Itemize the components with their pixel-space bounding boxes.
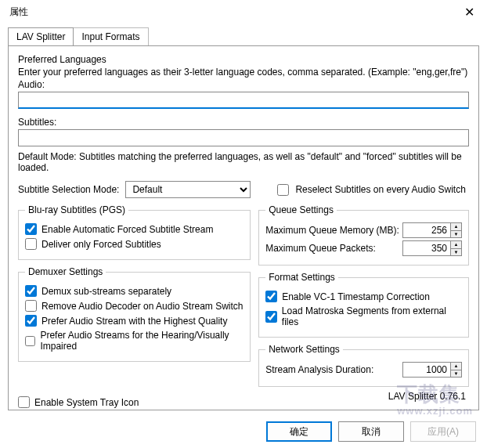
button-bar: 确定 取消 应用(A)	[266, 421, 476, 442]
close-icon[interactable]: ✕	[458, 2, 481, 23]
format-group: Format Settings Enable VC-1 Timestamp Co…	[258, 272, 469, 338]
content-area: LAV Splitter Input Formats Preferred Lan…	[0, 23, 487, 410]
bluray-group: Blu-ray Subtitles (PGS) Enable Automatic…	[18, 204, 251, 260]
default-mode-note: Default Mode: Subtitles matching the pre…	[18, 151, 469, 173]
queue-group: Queue Settings Maximum Queue Memory (MB)…	[258, 204, 469, 266]
deliver-forced-checkbox[interactable]	[25, 238, 37, 250]
queue-packets-input[interactable]	[403, 241, 450, 255]
queue-mem-label: Maximum Queue Memory (MB):	[265, 225, 399, 236]
preferred-languages-desc: Enter your preferred languages as their …	[18, 67, 469, 78]
version-label: LAV Splitter 0.76.1	[388, 391, 466, 402]
matroska-label: Load Matroska Segments from external fil…	[282, 305, 462, 327]
reselect-subtitles-label: Reselect Subtitles on every Audio Switch	[295, 184, 465, 195]
prefer-quality-label: Prefer Audio Stream with the Highest Qua…	[41, 316, 227, 327]
queue-mem-input[interactable]	[403, 223, 450, 237]
subtitles-input[interactable]	[18, 129, 469, 146]
bluray-legend: Blu-ray Subtitles (PGS)	[25, 204, 128, 215]
demux-sub-checkbox[interactable]	[25, 285, 37, 297]
tray-icon-checkbox[interactable]	[18, 396, 30, 408]
demuxer-group: Demuxer Settings Demux sub-streams separ…	[18, 266, 251, 362]
vc1-checkbox[interactable]	[265, 291, 277, 302]
audio-label: Audio:	[18, 79, 469, 90]
subtitle-mode-select[interactable]: Default	[125, 181, 251, 198]
queue-legend: Queue Settings	[265, 204, 337, 215]
tab-lav-splitter[interactable]: LAV Splitter	[8, 27, 74, 45]
deliver-forced-label: Deliver only Forced Subtitles	[41, 239, 161, 250]
duration-label: Stream Analysis Duration:	[265, 364, 373, 375]
network-group: Network Settings Stream Analysis Duratio…	[258, 344, 469, 387]
reselect-subtitles-checkbox[interactable]	[277, 184, 289, 196]
ok-button[interactable]: 确定	[266, 421, 332, 442]
duration-input[interactable]	[403, 363, 450, 377]
remove-decoder-checkbox[interactable]	[25, 300, 37, 312]
duration-spinner[interactable]: ▲▼	[402, 362, 462, 378]
tab-input-formats[interactable]: Input Formats	[73, 27, 148, 45]
spinner-buttons[interactable]: ▲▼	[450, 223, 461, 237]
demux-sub-label: Demux sub-streams separately	[41, 286, 171, 297]
queue-mem-spinner[interactable]: ▲▼	[402, 222, 462, 238]
enable-forced-label: Enable Automatic Forced Subtitle Stream	[41, 224, 213, 235]
prefer-impaired-label: Prefer Audio Streams for the Hearing/Vis…	[40, 330, 243, 352]
remove-decoder-label: Remove Audio Decoder on Audio Stream Swi…	[41, 301, 243, 312]
preferred-languages-heading: Preferred Languages	[18, 54, 469, 65]
prefer-impaired-checkbox[interactable]	[25, 335, 35, 347]
network-legend: Network Settings	[265, 344, 343, 355]
queue-packets-spinner[interactable]: ▲▼	[402, 240, 462, 256]
subtitles-label: Subtitles:	[18, 117, 469, 128]
matroska-checkbox[interactable]	[265, 311, 277, 323]
tab-strip: LAV Splitter Input Formats	[8, 27, 479, 45]
prefer-quality-checkbox[interactable]	[25, 315, 37, 327]
titlebar: 属性 ✕	[0, 0, 487, 23]
format-legend: Format Settings	[265, 272, 338, 283]
window-title: 属性	[9, 5, 28, 19]
vc1-label: Enable VC-1 Timestamp Correction	[282, 291, 430, 302]
cancel-button[interactable]: 取消	[338, 421, 404, 442]
audio-input[interactable]	[18, 92, 469, 109]
tab-panel-lav-splitter: Preferred Languages Enter your preferred…	[8, 45, 479, 410]
demuxer-legend: Demuxer Settings	[25, 266, 106, 277]
tray-icon-label: Enable System Tray Icon	[34, 397, 139, 408]
subtitle-mode-row: Subtitle Selection Mode: Default Reselec…	[18, 181, 469, 198]
apply-button[interactable]: 应用(A)	[410, 421, 476, 442]
subtitle-mode-label: Subtitle Selection Mode:	[18, 184, 119, 195]
enable-forced-checkbox[interactable]	[25, 223, 37, 235]
spinner-buttons[interactable]: ▲▼	[450, 363, 461, 377]
spinner-buttons[interactable]: ▲▼	[450, 241, 461, 255]
queue-packets-label: Maximum Queue Packets:	[265, 243, 376, 254]
